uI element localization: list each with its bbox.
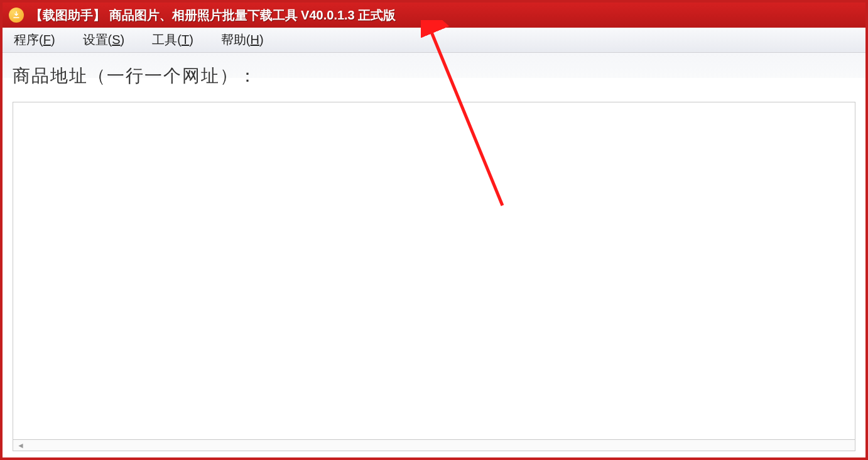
- menu-program[interactable]: 程序(F): [10, 29, 59, 51]
- url-section-label: 商品地址（一行一个网址）：: [13, 64, 855, 88]
- download-icon: [9, 8, 24, 23]
- menu-help[interactable]: 帮助(H): [217, 29, 268, 51]
- app-window: 【载图助手】 商品图片、相册照片批量下载工具 V40.0.1.3 正式版 程序(…: [0, 0, 868, 460]
- menubar: 程序(F) 设置(S) 工具(T) 帮助(H): [3, 28, 865, 53]
- menu-tools[interactable]: 工具(T): [148, 29, 197, 51]
- scroll-left-arrow[interactable]: ◄: [17, 441, 24, 450]
- content-area: 商品地址（一行一个网址）： ◄: [3, 53, 865, 457]
- titlebar[interactable]: 【载图助手】 商品图片、相册照片批量下载工具 V40.0.1.3 正式版: [3, 3, 865, 28]
- url-input[interactable]: [13, 102, 855, 440]
- menu-settings[interactable]: 设置(S): [79, 29, 129, 51]
- window-title: 【载图助手】 商品图片、相册照片批量下载工具 V40.0.1.3 正式版: [30, 7, 396, 24]
- horizontal-scrollbar[interactable]: ◄: [13, 440, 855, 451]
